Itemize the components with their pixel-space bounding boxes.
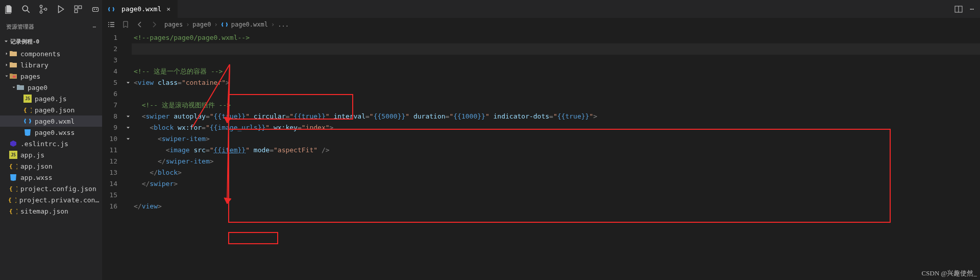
tree-item-page0[interactable]: page0 xyxy=(0,82,102,93)
tree-item-page0-wxml[interactable]: page0.wxml xyxy=(0,115,102,127)
editor-more-icon[interactable] xyxy=(970,5,974,13)
robot-icon[interactable] xyxy=(91,5,100,14)
svg-rect-8 xyxy=(92,7,98,11)
tree-item-pages[interactable]: pages xyxy=(0,71,102,82)
svg-line-23 xyxy=(227,64,230,204)
tree-item-label: sitemap.json xyxy=(20,207,68,215)
svg-text:{ }: { } xyxy=(9,185,17,192)
code-line-16[interactable]: </view> xyxy=(132,201,980,212)
code-line-15[interactable] xyxy=(132,190,980,201)
tree-item-label: components xyxy=(20,50,60,58)
project-header[interactable]: 记录例程-0 xyxy=(0,36,102,47)
svg-rect-7 xyxy=(75,10,78,13)
tab-bar: page0.wxml × xyxy=(102,0,980,18)
tree-item-app-wxss[interactable]: app.wxss xyxy=(0,172,102,183)
tree-item-page0-json[interactable]: { }page0.json xyxy=(0,104,102,115)
tree-item--eslintrc-js[interactable]: .eslintrc.js xyxy=(0,138,102,149)
tree-item-page0-js[interactable]: JSpage0.js xyxy=(0,93,102,104)
js-icon: JS xyxy=(23,95,32,103)
svg-text:{ }: { } xyxy=(23,107,32,113)
tab-label: page0.wxml xyxy=(121,5,161,13)
tree-item-label: project.private.config.json xyxy=(19,196,102,204)
tree-item-library[interactable]: library xyxy=(0,59,102,71)
explorer-title: 资源管理器 xyxy=(0,18,102,36)
tree-item-label: pages xyxy=(20,73,40,80)
extensions-icon[interactable] xyxy=(74,5,83,14)
editor-toolbar: pages› page0› page0.wxml› ... xyxy=(102,18,980,31)
tree-item-label: page0.wxss xyxy=(35,129,75,136)
folder-yellow-icon xyxy=(9,50,17,58)
code-line-9[interactable]: <block wx:for="{{image_urls}}" wx:key="i… xyxy=(132,122,980,133)
explorer-more-icon[interactable] xyxy=(92,24,96,30)
svg-text:{ }: { } xyxy=(9,208,17,215)
code-line-2[interactable] xyxy=(132,43,980,55)
code-line-3[interactable] xyxy=(132,55,980,66)
nav-back-icon[interactable] xyxy=(136,20,144,29)
tree-item-app-json[interactable]: { }app.json xyxy=(0,160,102,172)
tree-item-label: project.config.json xyxy=(20,185,96,193)
json-icon: { } xyxy=(9,162,17,170)
search-icon[interactable] xyxy=(21,5,31,14)
code-area[interactable]: 12345678910111213141516 <!--pages/page0/… xyxy=(102,31,980,280)
tree-item-label: library xyxy=(20,61,48,69)
tree-item-label: page0.js xyxy=(35,95,67,103)
svg-point-9 xyxy=(94,8,95,9)
tree-item-label: page0 xyxy=(28,84,47,91)
files-icon[interactable] xyxy=(4,5,13,14)
close-icon[interactable]: × xyxy=(164,5,173,13)
tree-item-sitemap-json[interactable]: { }sitemap.json xyxy=(0,205,102,217)
svg-point-3 xyxy=(40,11,42,13)
editor-area: page0.wxml × pages› page0› page0.wxml› .… xyxy=(102,0,980,280)
source-control-icon[interactable] xyxy=(39,5,48,14)
nav-forward-icon[interactable] xyxy=(150,20,158,29)
debug-icon[interactable] xyxy=(56,5,65,14)
folder-yellow-icon xyxy=(9,61,17,69)
code-line-11[interactable]: <image src="{{item}}" mode="aspectFit" /… xyxy=(132,145,980,156)
wxml-icon xyxy=(221,21,228,28)
svg-line-1 xyxy=(27,10,30,13)
sidebar-top-icons xyxy=(0,0,102,18)
tree-item-label: app.json xyxy=(20,162,53,170)
svg-rect-6 xyxy=(79,6,82,9)
svg-point-0 xyxy=(22,6,28,11)
js-icon: JS xyxy=(9,151,17,159)
eslint-icon xyxy=(9,139,17,148)
svg-text:{ }: { } xyxy=(9,163,17,170)
folder-red-icon xyxy=(9,72,17,80)
svg-marker-13 xyxy=(10,141,16,147)
tab-page0-wxml[interactable]: page0.wxml × xyxy=(102,0,178,18)
bookmark-icon[interactable] xyxy=(121,20,130,29)
wxss-icon xyxy=(23,128,32,136)
code-line-4[interactable]: <!-- 这是一个总的容器 --> xyxy=(132,66,980,77)
wxml-icon xyxy=(107,5,115,13)
code-content[interactable]: <!--pages/page0/page0.wxml--> <!-- 这是一个总… xyxy=(132,31,980,280)
tree-item-label: app.js xyxy=(20,151,44,159)
breadcrumb[interactable]: pages› page0› page0.wxml› ... xyxy=(164,21,289,28)
code-line-8[interactable]: <swiper autoplay="{{true}}" circular="{{… xyxy=(132,111,980,122)
code-line-1[interactable]: <!--pages/page0/page0.wxml--> xyxy=(132,32,980,43)
code-line-14[interactable]: </swiper> xyxy=(132,178,980,190)
tree-item-page0-wxss[interactable]: page0.wxss xyxy=(0,127,102,138)
svg-point-2 xyxy=(40,5,42,8)
code-line-12[interactable]: </swiper-item> xyxy=(132,156,980,167)
code-line-10[interactable]: <swiper-item> xyxy=(132,133,980,145)
file-tree: componentslibrarypagespage0JSpage0.js{ }… xyxy=(0,47,102,280)
tree-item-project-private-config-json[interactable]: { }project.private.config.json xyxy=(0,194,102,205)
tree-item-label: .eslintrc.js xyxy=(20,140,68,148)
svg-rect-11 xyxy=(13,76,16,78)
fold-gutter[interactable] xyxy=(125,31,132,280)
tree-item-app-js[interactable]: JSapp.js xyxy=(0,149,102,160)
code-line-6[interactable] xyxy=(132,88,980,100)
svg-text:{ }: { } xyxy=(8,197,16,203)
code-line-7[interactable]: <!-- 这是滚动视图组件 --> xyxy=(132,100,980,111)
list-icon[interactable] xyxy=(107,20,115,29)
tree-item-label: page0.wxml xyxy=(35,118,75,125)
code-line-5[interactable]: <view class="container"> xyxy=(132,77,980,88)
tree-item-project-config-json[interactable]: { }project.config.json xyxy=(0,183,102,194)
json-icon: { } xyxy=(9,184,17,193)
watermark: CSDN @兴趣使然_ xyxy=(922,269,977,278)
wxss-icon xyxy=(9,173,17,181)
split-editor-icon[interactable] xyxy=(954,5,963,13)
tree-item-components[interactable]: components xyxy=(0,48,102,59)
code-line-13[interactable]: </block> xyxy=(132,167,980,178)
